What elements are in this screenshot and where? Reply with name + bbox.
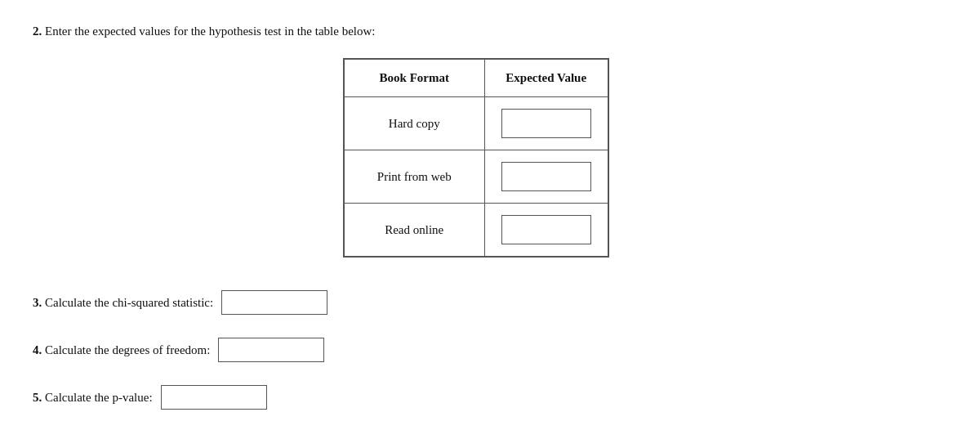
row-label-0: Hard copy <box>344 97 484 150</box>
row-input-cell-2 <box>484 204 608 258</box>
content-area: Book Format Expected Value Hard copyPrin… <box>33 58 947 258</box>
question-text: Enter the expected values for the hypoth… <box>45 25 375 38</box>
expected-value-input-2[interactable] <box>501 215 591 244</box>
question-label-2: 5. Calculate the p-value: <box>33 391 153 405</box>
col-expected-value-header: Expected Value <box>484 59 608 97</box>
question-input-1[interactable] <box>218 338 324 362</box>
expected-value-input-1[interactable] <box>501 162 591 191</box>
question-input-0[interactable] <box>221 290 327 315</box>
question-number: 2. <box>33 25 42 38</box>
table-row: Print from web <box>344 150 608 204</box>
row-input-cell-1 <box>484 150 608 204</box>
question-item-0: 3. Calculate the chi-squared statistic: <box>33 290 947 315</box>
question-item-1: 4. Calculate the degrees of freedom: <box>33 338 947 362</box>
row-input-cell-0 <box>484 97 608 150</box>
hypothesis-table: Book Format Expected Value Hard copyPrin… <box>343 58 609 258</box>
hypothesis-table-container: Book Format Expected Value Hard copyPrin… <box>343 58 609 258</box>
questions-section: 3. Calculate the chi-squared statistic:4… <box>33 290 947 410</box>
row-label-2: Read online <box>344 204 484 258</box>
question-input-2[interactable] <box>161 385 267 410</box>
row-label-1: Print from web <box>344 150 484 204</box>
question-2-header: 2. Enter the expected values for the hyp… <box>33 25 947 38</box>
question-label-0: 3. Calculate the chi-squared statistic: <box>33 296 213 310</box>
table-row: Hard copy <box>344 97 608 150</box>
col-book-format-header: Book Format <box>344 59 484 97</box>
question-item-2: 5. Calculate the p-value: <box>33 385 947 410</box>
table-row: Read online <box>344 204 608 258</box>
question-label-1: 4. Calculate the degrees of freedom: <box>33 343 210 357</box>
expected-value-input-0[interactable] <box>501 109 591 138</box>
